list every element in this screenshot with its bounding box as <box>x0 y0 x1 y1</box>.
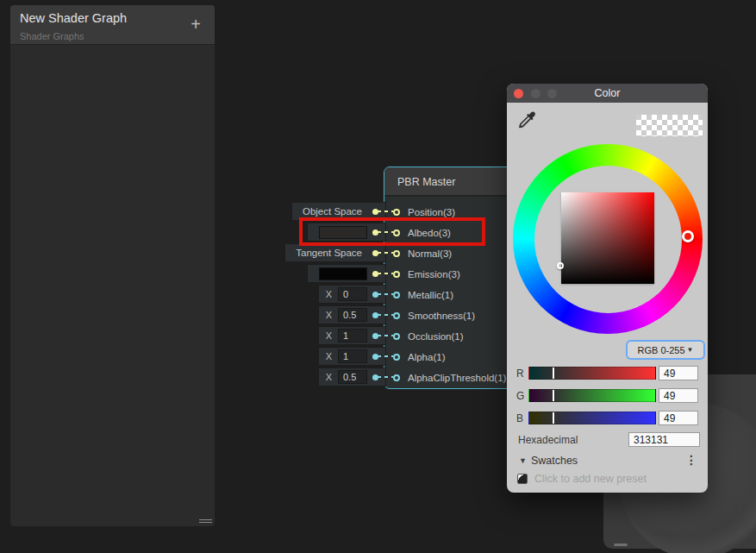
chevron-down-icon: ▼ <box>687 346 694 354</box>
swatches-menu-icon[interactable]: ⋮ <box>685 453 697 467</box>
blue-channel-row: B 49 <box>514 411 701 425</box>
float-field[interactable]: X0.5 <box>318 368 386 386</box>
color-window-titlebar[interactable]: Color <box>507 84 708 103</box>
float-field[interactable]: X0 <box>318 285 386 304</box>
space-dropdown[interactable]: Tangent Space <box>284 243 386 262</box>
saturation-value-cursor[interactable] <box>557 262 564 269</box>
float-field[interactable]: X1 <box>318 326 386 345</box>
add-property-button[interactable]: + <box>185 13 206 35</box>
color-window-title: Color <box>507 87 708 99</box>
color-picker-window: Color RGB 0-255 ▼ R 49 G 49 B <box>507 84 708 493</box>
graph-title: New Shader Graph <box>20 11 127 25</box>
port-label: Position(3) <box>408 207 455 217</box>
x-label: X <box>326 351 332 361</box>
port-label: Smoothness(1) <box>408 311 475 321</box>
green-slider[interactable] <box>528 389 656 402</box>
node-port-row: Alpha(1) <box>384 347 445 368</box>
wire-dash <box>378 252 393 254</box>
port-label: Normal(3) <box>408 248 452 259</box>
shader-graph-window: New Shader Graph Shader Graphs + PBR Mas… <box>0 0 756 553</box>
slider-handle[interactable] <box>552 367 555 380</box>
dropdown-value: Tangent Space <box>285 248 367 258</box>
swatches-label: Swatches <box>531 455 578 467</box>
slider-handle[interactable] <box>552 389 555 402</box>
wire-dash <box>378 293 393 295</box>
color-swatch[interactable] <box>319 267 367 280</box>
x-label: X <box>326 310 332 320</box>
x-value[interactable]: 0.5 <box>338 308 367 322</box>
saturation-value-square[interactable] <box>561 192 654 284</box>
swatches-section-toggle[interactable]: ▼ Swatches <box>519 455 578 467</box>
dropdown-value: Object Space <box>292 206 367 217</box>
node-port-row: Normal(3) <box>384 243 452 264</box>
port-icon[interactable] <box>393 271 400 278</box>
eyedropper-icon[interactable] <box>516 110 537 133</box>
red-channel-row: R 49 <box>514 366 701 380</box>
port-icon[interactable] <box>393 354 400 361</box>
channel-label: R <box>516 368 524 380</box>
port-label: Occlusion(1) <box>408 331 464 342</box>
channel-label: B <box>516 412 523 424</box>
wire-dash <box>378 211 393 212</box>
red-value-field[interactable]: 49 <box>659 366 698 380</box>
graph-subtitle: Shader Graphs <box>20 31 84 41</box>
x-value[interactable]: 0.5 <box>338 370 367 384</box>
swatch-preset-icon <box>517 474 528 484</box>
triangle-down-icon: ▼ <box>519 456 527 465</box>
green-channel-row: G 49 <box>514 388 701 403</box>
port-icon[interactable] <box>393 209 400 216</box>
hexadecimal-label: Hexadecimal <box>518 434 578 446</box>
current-color-alpha-swatch <box>636 115 703 136</box>
slider-handle[interactable] <box>552 412 555 424</box>
wire-dash <box>378 273 393 274</box>
blackboard-header: New Shader Graph Shader Graphs + <box>10 5 215 45</box>
port-icon[interactable] <box>393 374 400 381</box>
green-value-field[interactable]: 49 <box>659 388 698 403</box>
port-label: Metallic(1) <box>408 290 453 300</box>
node-port-row: Emission(3) <box>384 264 460 285</box>
hexadecimal-field[interactable]: 313131 <box>628 432 700 447</box>
float-field[interactable]: X0.5 <box>318 305 386 324</box>
blue-value-field[interactable]: 49 <box>659 411 698 425</box>
wire-dash <box>378 335 393 336</box>
x-label: X <box>326 372 332 382</box>
port-icon[interactable] <box>393 312 400 319</box>
x-label: X <box>326 289 332 299</box>
blue-slider[interactable] <box>528 412 656 424</box>
hue-cursor[interactable] <box>682 230 694 242</box>
x-value[interactable]: 1 <box>338 349 367 363</box>
channel-label: G <box>516 390 524 402</box>
node-port-row: AlphaClipThreshold(1) <box>384 368 506 388</box>
color-mode-value: RGB 0-255 <box>638 345 685 355</box>
node-port-row: Metallic(1) <box>384 285 453 305</box>
color-mode-dropdown[interactable]: RGB 0-255 ▼ <box>628 342 703 358</box>
node-port-row: Occlusion(1) <box>384 326 464 347</box>
port-icon[interactable] <box>393 292 400 298</box>
add-preset-button[interactable]: Click to add new preset <box>517 473 647 485</box>
wire-dash <box>378 314 393 316</box>
float-field[interactable]: X1 <box>318 347 386 366</box>
color-field[interactable] <box>307 264 386 283</box>
port-icon[interactable] <box>393 333 400 340</box>
port-label: Emission(3) <box>408 269 460 280</box>
blackboard-panel: New Shader Graph Shader Graphs + <box>10 5 215 526</box>
blackboard-resize-handle[interactable] <box>199 519 212 524</box>
x-value[interactable]: 0 <box>338 287 367 301</box>
x-label: X <box>326 330 332 341</box>
x-value[interactable]: 1 <box>338 329 367 342</box>
red-slider[interactable] <box>528 367 656 380</box>
wire-dash <box>378 376 393 378</box>
wire-dash <box>378 355 393 357</box>
albedo-highlight-rectangle <box>299 217 485 246</box>
preview-resize-handle[interactable] <box>614 544 628 546</box>
port-label: AlphaClipThreshold(1) <box>408 373 506 383</box>
add-preset-hint: Click to add new preset <box>534 473 647 485</box>
port-label: Alpha(1) <box>408 352 445 362</box>
port-icon[interactable] <box>393 250 400 257</box>
node-port-row: Smoothness(1) <box>384 305 475 326</box>
